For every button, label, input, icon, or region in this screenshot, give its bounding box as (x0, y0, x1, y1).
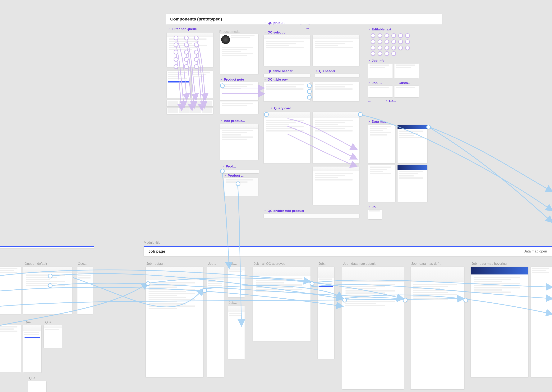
frame-label-job-sh3[interactable]: Job... (229, 301, 237, 305)
frame-job-data-map-default[interactable] (342, 267, 404, 389)
frame-filter-bar-list2[interactable] (167, 108, 213, 114)
frame-filter-bar-variant3[interactable] (192, 71, 213, 98)
frame-filter-bar-list1[interactable] (167, 100, 213, 106)
component-label-qc-divider-add[interactable]: QC divider Add product (264, 209, 304, 213)
frame-queue-left-b[interactable] (0, 325, 21, 372)
frame-query-card-a[interactable] (264, 112, 310, 163)
prototype-node[interactable] (184, 50, 189, 54)
prototype-node[interactable] (385, 39, 389, 44)
component-label-ellipsis4[interactable]: ... (264, 103, 266, 107)
component-label-qc-table-header[interactable]: QC table header (264, 69, 292, 73)
prototype-node[interactable] (405, 46, 410, 50)
prototype-node[interactable] (194, 42, 199, 47)
frame-label-job-sh4[interactable]: Job... (319, 262, 327, 266)
frame-product-modal[interactable] (220, 34, 258, 74)
component-label-ellipsis2[interactable]: ... (307, 22, 310, 26)
prototype-node[interactable] (194, 35, 199, 40)
component-label-qc-selection[interactable]: QC selection (264, 31, 288, 35)
frame-job-sh2[interactable] (228, 267, 245, 297)
frame-prod-small[interactable] (222, 170, 259, 173)
prototype-node[interactable] (264, 112, 269, 117)
prototype-node[interactable] (391, 33, 396, 38)
frame-job-sh4[interactable] (318, 267, 334, 359)
prototype-node[interactable] (48, 283, 52, 288)
prototype-node[interactable] (385, 33, 389, 38)
frame-job-info-a[interactable] (368, 63, 392, 78)
prototype-node[interactable] (146, 281, 150, 286)
prototype-node[interactable] (371, 39, 375, 44)
component-label-custo[interactable]: Custo... (395, 81, 411, 85)
component-label-ellipsis1[interactable]: ... (300, 22, 302, 26)
prototype-node[interactable] (184, 42, 189, 47)
prototype-node[interactable] (174, 42, 178, 47)
component-label-query-card[interactable]: Query card (270, 106, 291, 110)
prototype-node[interactable] (184, 35, 189, 40)
component-label-product-note[interactable]: Product note (220, 78, 244, 82)
frame-qc-table-row-b[interactable] (313, 82, 359, 101)
frame-label-queue-default[interactable]: Queue - default (25, 262, 47, 266)
prototype-node[interactable] (48, 274, 52, 278)
frame-label-job-default[interactable]: Job - default (146, 262, 164, 266)
prototype-node[interactable] (405, 39, 410, 44)
component-label-qc-table-row[interactable]: QC table row (264, 78, 288, 82)
prototype-node[interactable] (202, 288, 207, 293)
prototype-node[interactable] (378, 33, 382, 38)
frame-job-default[interactable] (146, 267, 203, 377)
prototype-node[interactable] (385, 46, 389, 50)
component-label-product-underscore[interactable]: Product ... (224, 174, 244, 178)
frame-label-job-all-qc[interactable]: Job - all QC approved (254, 262, 285, 266)
prototype-node[interactable] (391, 46, 396, 50)
frame-qc-selection-2[interactable] (313, 35, 359, 66)
prototype-node[interactable] (236, 182, 240, 186)
frame-data-map-3[interactable] (368, 165, 395, 202)
component-label-jo[interactable]: Jo... (368, 205, 378, 209)
component-label-filter-bar-queue[interactable]: Filter bar Queue (168, 27, 197, 31)
frame-que-3[interactable] (44, 325, 62, 348)
frame-label-que-2[interactable]: Que... (25, 320, 33, 324)
prototype-node[interactable] (184, 57, 189, 62)
frame-que-1[interactable] (77, 267, 93, 314)
component-label-data-map[interactable]: Data map (368, 120, 387, 124)
component-label-product-modal[interactable]: Product modal (219, 30, 240, 34)
frame-job-sh3[interactable] (228, 306, 245, 359)
frame-job-i[interactable] (368, 86, 392, 97)
frame-que-2[interactable] (23, 325, 41, 372)
prototype-node[interactable] (220, 169, 225, 173)
frame-qc-header[interactable] (315, 74, 359, 77)
frame-data-map-4[interactable] (398, 165, 428, 202)
component-label-add-product[interactable]: Add produc... (220, 119, 245, 123)
frame-filter-bar-variant2[interactable] (167, 71, 190, 98)
prototype-node[interactable] (371, 51, 375, 56)
frame-qc-table-header[interactable] (264, 74, 310, 77)
frame-product-small2[interactable] (224, 178, 258, 196)
component-label-qc-header[interactable]: QC header (315, 69, 335, 73)
frame-product-note[interactable] (220, 82, 258, 100)
frame-query-card-c[interactable] (313, 167, 359, 205)
prototype-node[interactable] (194, 64, 199, 69)
frame-qc-selection-1[interactable] (264, 35, 310, 66)
component-label-qc-prudu[interactable]: QC prudu... (264, 21, 285, 25)
prototype-node[interactable] (378, 39, 382, 44)
prototype-node[interactable] (385, 51, 389, 56)
component-label-ellipsis3[interactable]: ... (306, 26, 309, 30)
component-label-job-info[interactable]: Job info (368, 59, 385, 63)
prototype-node[interactable] (174, 50, 178, 54)
prototype-node[interactable] (342, 298, 347, 302)
prototype-node[interactable] (391, 51, 396, 56)
prototype-node[interactable] (310, 281, 314, 286)
frame-data-map-1[interactable] (368, 125, 395, 163)
prototype-node[interactable] (398, 39, 403, 44)
frame-label-job-data-map-default[interactable]: Job - data map default (343, 262, 376, 266)
prototype-node[interactable] (371, 46, 375, 50)
prototype-node[interactable] (391, 39, 396, 44)
prototype-node[interactable] (378, 46, 382, 50)
frame-label-job-sh2[interactable]: Job... (229, 262, 237, 266)
prototype-node[interactable] (194, 50, 199, 54)
frame-job-data-map-def[interactable] (411, 267, 464, 389)
component-label-da[interactable]: Da... (385, 99, 396, 103)
prototype-node[interactable] (174, 64, 178, 69)
component-label-editable-text[interactable]: Editable text (368, 28, 391, 31)
frame-label-que-1[interactable]: Que... (78, 262, 87, 266)
prototype-node[interactable] (307, 84, 312, 88)
frame-jo-small[interactable] (368, 210, 382, 219)
